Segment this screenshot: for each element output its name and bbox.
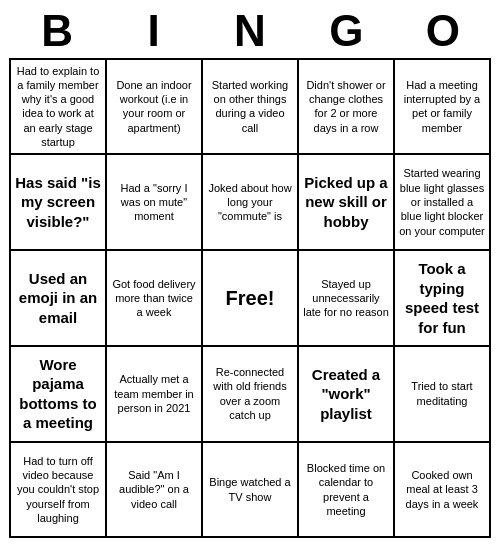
bingo-cell-15[interactable]: Wore pajama bottoms to a meeting <box>10 346 106 442</box>
bingo-cell-19[interactable]: Tried to start meditating <box>394 346 490 442</box>
bingo-cell-18[interactable]: Created a "work" playlist <box>298 346 394 442</box>
bingo-cell-23[interactable]: Blocked time on calendar to prevent a me… <box>298 442 394 538</box>
bingo-cell-6[interactable]: Had a "sorry I was on mute" moment <box>106 154 202 250</box>
bingo-cell-8[interactable]: Picked up a new skill or hobby <box>298 154 394 250</box>
bingo-cell-12[interactable]: Free! <box>202 250 298 346</box>
bingo-cell-20[interactable]: Had to turn off video because you couldn… <box>10 442 106 538</box>
bingo-letter-n: N <box>205 6 295 56</box>
bingo-cell-9[interactable]: Started wearing blue light glasses or in… <box>394 154 490 250</box>
bingo-cell-16[interactable]: Actually met a team member in person in … <box>106 346 202 442</box>
bingo-cell-5[interactable]: Has said "is my screen visible?" <box>10 154 106 250</box>
bingo-cell-4[interactable]: Had a meeting interrupted by a pet or fa… <box>394 59 490 155</box>
bingo-cell-10[interactable]: Used an emoji in an email <box>10 250 106 346</box>
bingo-header: BINGO <box>9 6 491 56</box>
bingo-cell-13[interactable]: Stayed up unnecessarily late for no reas… <box>298 250 394 346</box>
bingo-cell-0[interactable]: Had to explain to a family member why it… <box>10 59 106 155</box>
bingo-cell-1[interactable]: Done an indoor workout (i.e in your room… <box>106 59 202 155</box>
bingo-cell-3[interactable]: Didn't shower or change clothes for 2 or… <box>298 59 394 155</box>
bingo-cell-11[interactable]: Got food delivery more than twice a week <box>106 250 202 346</box>
bingo-letter-b: B <box>12 6 102 56</box>
bingo-letter-o: O <box>398 6 488 56</box>
bingo-letter-g: G <box>301 6 391 56</box>
bingo-grid: Had to explain to a family member why it… <box>9 58 491 539</box>
bingo-cell-21[interactable]: Said "Am I audible?" on a video call <box>106 442 202 538</box>
bingo-cell-17[interactable]: Re-connected with old friends over a zoo… <box>202 346 298 442</box>
bingo-cell-22[interactable]: Binge watched a TV show <box>202 442 298 538</box>
bingo-cell-2[interactable]: Started working on other things during a… <box>202 59 298 155</box>
bingo-card: BINGO Had to explain to a family member … <box>5 2 495 543</box>
bingo-cell-7[interactable]: Joked about how long your "commute" is <box>202 154 298 250</box>
bingo-letter-i: I <box>109 6 199 56</box>
bingo-cell-24[interactable]: Cooked own meal at least 3 days in a wee… <box>394 442 490 538</box>
bingo-cell-14[interactable]: Took a typing speed test for fun <box>394 250 490 346</box>
